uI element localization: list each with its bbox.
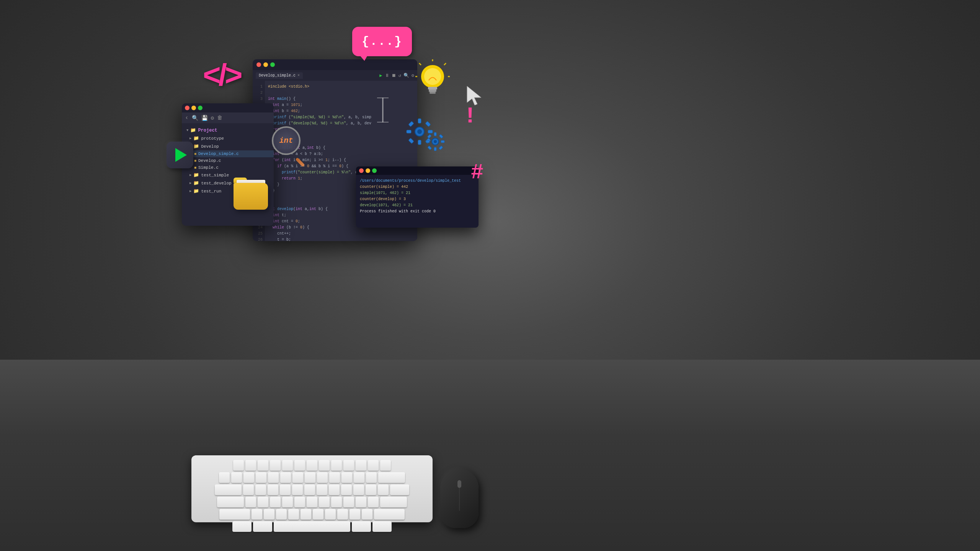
active-tab[interactable]: Develop_simple.c ×	[256, 72, 303, 79]
key-esc[interactable]	[233, 460, 244, 471]
key-x[interactable]	[264, 509, 274, 520]
key-shift-l[interactable]	[219, 509, 250, 520]
tree-item-prototype[interactable]: ▶ 📁 prototype	[182, 134, 274, 142]
config-icon[interactable]: ⚙	[412, 73, 414, 78]
tree-item-develop-simple-c[interactable]: ■ Develop_simple.c	[182, 150, 274, 157]
play-button[interactable]	[167, 142, 193, 168]
key-j[interactable]	[319, 497, 330, 507]
key-i[interactable]	[329, 484, 340, 495]
key-o[interactable]	[341, 484, 352, 495]
key-p[interactable]	[353, 484, 364, 495]
run-icon[interactable]: ▶	[379, 73, 382, 78]
key-space[interactable]	[274, 521, 350, 532]
settings-icon[interactable]: ⚙	[211, 115, 214, 121]
key-u[interactable]	[317, 484, 327, 495]
key-r[interactable]	[280, 484, 291, 495]
key-backtick[interactable]	[219, 472, 230, 483]
key-f9[interactable]	[343, 460, 354, 471]
key-v[interactable]	[288, 509, 299, 520]
stop-icon[interactable]: ⏹	[392, 73, 396, 78]
key-quote[interactable]	[368, 497, 379, 507]
key-backslash[interactable]	[390, 484, 409, 495]
search-icon[interactable]: 🔍	[192, 115, 198, 121]
tree-item-develop[interactable]: ▼ 📁 Develop	[182, 142, 274, 150]
key-s[interactable]	[258, 497, 268, 507]
key-f10[interactable]	[356, 460, 366, 471]
key-2[interactable]	[243, 472, 254, 483]
tree-item-test-simple[interactable]: ▶ 📁 test_simple	[182, 171, 274, 179]
project-root[interactable]: ▼ 📁 Project	[182, 126, 274, 134]
key-3[interactable]	[256, 472, 266, 483]
key-f7[interactable]	[319, 460, 330, 471]
key-q[interactable]	[243, 484, 254, 495]
key-caps[interactable]	[217, 497, 244, 507]
key-f5[interactable]	[294, 460, 305, 471]
key-8[interactable]	[317, 472, 328, 483]
key-h[interactable]	[307, 497, 317, 507]
save-icon[interactable]: 💾	[201, 115, 208, 121]
tl-green-dot[interactable]	[198, 106, 203, 110]
refresh-icon[interactable]: ↺	[399, 73, 401, 78]
key-5[interactable]	[280, 472, 291, 483]
key-tab[interactable]	[215, 484, 242, 495]
key-f6[interactable]	[307, 460, 317, 471]
key-shift-r[interactable]	[374, 509, 405, 520]
key-bracket-l[interactable]	[366, 484, 376, 495]
key-7[interactable]	[305, 472, 315, 483]
key-c[interactable]	[276, 509, 287, 520]
tl-yellow-dot[interactable]	[191, 106, 196, 110]
key-period[interactable]	[350, 509, 360, 520]
key-t[interactable]	[292, 484, 303, 495]
tree-item-simple-c[interactable]: ■ Simple.c	[182, 164, 274, 171]
key-f12[interactable]	[380, 460, 391, 471]
ide-tl-green[interactable]	[270, 62, 275, 67]
key-w[interactable]	[255, 484, 266, 495]
key-z[interactable]	[252, 509, 262, 520]
mouse-scroll-wheel[interactable]	[457, 480, 461, 488]
key-f4[interactable]	[282, 460, 293, 471]
ide-tl-yellow[interactable]	[263, 62, 268, 67]
key-f3[interactable]	[270, 460, 281, 471]
key-f8[interactable]	[331, 460, 342, 471]
trash-icon[interactable]: 🗑	[217, 115, 222, 121]
key-f2[interactable]	[258, 460, 268, 471]
pause-icon[interactable]: ⏸	[385, 73, 389, 78]
back-button[interactable]: ‹	[185, 114, 189, 121]
key-0[interactable]	[341, 472, 352, 483]
key-9[interactable]	[329, 472, 340, 483]
key-slash[interactable]	[362, 509, 372, 520]
key-k[interactable]	[331, 497, 342, 507]
key-semicolon[interactable]	[356, 497, 366, 507]
key-alt-l[interactable]	[253, 521, 272, 532]
key-ctrl-r[interactable]	[372, 521, 392, 532]
key-d[interactable]	[270, 497, 281, 507]
key-g[interactable]	[294, 497, 305, 507]
key-6[interactable]	[292, 472, 303, 483]
key-ctrl-l[interactable]	[232, 521, 252, 532]
tree-item-develop-c[interactable]: ■ Develop.c	[182, 157, 274, 164]
key-comma[interactable]	[337, 509, 348, 520]
ide-tl-red[interactable]	[256, 62, 261, 67]
tab-close-button[interactable]: ×	[297, 73, 300, 78]
key-y[interactable]	[304, 484, 315, 495]
key-minus[interactable]	[354, 472, 364, 483]
key-m[interactable]	[325, 509, 336, 520]
term-tl-yellow[interactable]	[366, 168, 370, 173]
key-bracket-r[interactable]	[378, 484, 389, 495]
key-n[interactable]	[313, 509, 323, 520]
key-1[interactable]	[231, 472, 242, 483]
key-a[interactable]	[245, 497, 256, 507]
key-l[interactable]	[343, 497, 354, 507]
key-f[interactable]	[282, 497, 293, 507]
key-alt-r[interactable]	[352, 521, 371, 532]
key-equals[interactable]	[366, 472, 377, 483]
key-4[interactable]	[268, 472, 279, 483]
tl-red-dot[interactable]	[185, 106, 189, 110]
key-f11[interactable]	[368, 460, 379, 471]
key-f1[interactable]	[245, 460, 256, 471]
find-icon[interactable]: 🔍	[403, 73, 409, 78]
key-e[interactable]	[268, 484, 278, 495]
key-enter[interactable]	[380, 497, 407, 507]
term-tl-red[interactable]	[359, 168, 364, 173]
term-tl-green[interactable]	[372, 168, 377, 173]
